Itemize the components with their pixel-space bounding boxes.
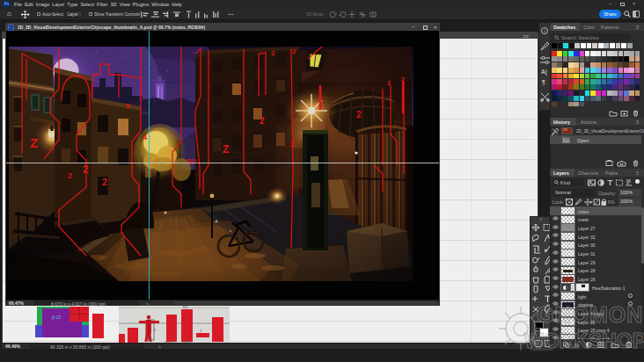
svg-text:3|2: 3|2 [187,157,197,165]
svg-text:2: 2 [83,163,89,176]
svg-text:2: 2 [356,110,362,119]
svg-text:WORKSHOP: WORKSHOP [524,329,644,352]
svg-text:2: 2 [401,76,405,83]
svg-text:2: 2 [271,49,275,57]
svg-text:2: 2 [290,140,295,148]
svg-text:Z: Z [30,135,38,150]
svg-text:β-10: β-10 [51,315,61,320]
svg-text:2: 2 [260,116,265,126]
svg-text:6': 6' [154,329,157,332]
svg-text:Z: Z [223,143,229,156]
svg-text:2: 2 [68,171,72,180]
svg-text:3': 3' [200,329,202,333]
svg-text:5: 5 [126,102,130,110]
svg-text:4: 4 [143,133,147,141]
svg-text:2: 2 [102,177,107,187]
svg-text:GNOMON: GNOMON [537,302,643,327]
svg-text:3: 3 [387,80,391,86]
svg-text:2: 2 [292,47,296,55]
